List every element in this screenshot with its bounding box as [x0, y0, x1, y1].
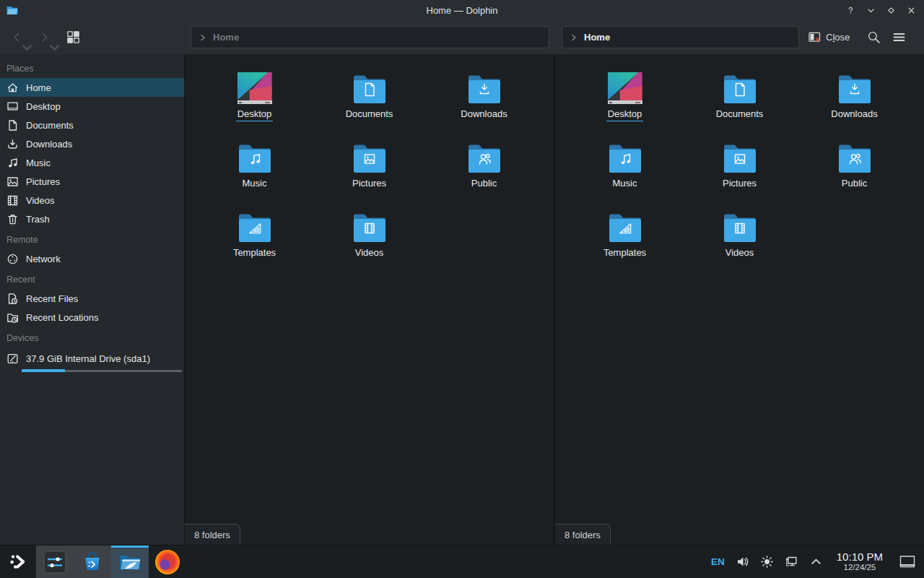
desktop-wallpaper-preview	[608, 72, 642, 104]
task-discover[interactable]	[74, 545, 111, 578]
sidebar-item-label: Trash	[26, 214, 50, 225]
sidebar-section-places: Places	[0, 57, 184, 78]
sidebar-item-music[interactable]: Music	[0, 153, 184, 172]
show-desktop-button[interactable]	[899, 555, 917, 569]
sidebar-item-trash[interactable]: Trash	[0, 210, 184, 228]
task-firefox[interactable]	[149, 545, 186, 578]
folder-label: Music	[241, 178, 269, 191]
maximize-button[interactable]	[884, 3, 898, 17]
network-tray-icon[interactable]	[785, 555, 798, 569]
folder-label: Templates	[232, 247, 277, 260]
breadcrumb-chevron-icon	[199, 33, 207, 42]
folder-music	[237, 137, 272, 175]
desktop-icon	[6, 100, 19, 113]
sidebar-item-downloads[interactable]: Downloads	[0, 134, 184, 153]
folder-downloads[interactable]: Downloads	[797, 68, 912, 137]
folder-label: Public	[840, 178, 868, 191]
task-dolphin[interactable]	[111, 545, 149, 578]
tray-icons	[736, 555, 823, 569]
app-launcher-button[interactable]	[0, 545, 36, 578]
close-split-label: Close	[826, 32, 850, 43]
folder-label: Desktop	[606, 108, 644, 121]
folder-videos[interactable]: Videos	[312, 207, 427, 276]
location-bar-left[interactable]: Home	[191, 26, 549, 48]
folder-public	[467, 137, 502, 175]
keyboard-layout-indicator[interactable]: EN	[711, 556, 725, 567]
sidebar-item-videos[interactable]: Videos	[0, 191, 184, 210]
sidebar-item-recent-files[interactable]: Recent Files	[0, 289, 184, 308]
folder-public[interactable]: Public	[797, 137, 912, 207]
sidebar-item-home[interactable]: Home	[0, 78, 184, 97]
folder-label: Documents	[715, 108, 765, 121]
file-pane-left[interactable]: Desktop Documents Downloads Music Pictur…	[185, 54, 554, 545]
system-tray: EN 10:10 PM 12/24/25	[711, 545, 924, 578]
folder-templates[interactable]: Templates	[197, 207, 312, 276]
toolbar: Home Home Close	[0, 20, 924, 54]
sidebar-item-documents[interactable]: Documents	[0, 116, 184, 134]
folder-templates[interactable]: Templates	[567, 207, 682, 276]
folder-label: Templates	[602, 247, 648, 260]
harddrive-icon	[6, 353, 19, 365]
sidebar-item-label: Music	[26, 158, 51, 168]
sidebar-item-37-9-gib-internal-drive-sda1[interactable]: 37.9 GiB Internal Drive (sda1)	[0, 349, 184, 368]
folder-documents[interactable]: Documents	[312, 68, 427, 137]
back-button[interactable]	[6, 27, 27, 48]
forward-button[interactable]	[33, 27, 55, 48]
folder-public	[837, 137, 872, 175]
sidebar-item-pictures[interactable]: Pictures	[0, 172, 184, 191]
sidebar-item-label: Recent Locations	[26, 312, 98, 323]
sidebar-item-desktop[interactable]: Desktop	[0, 97, 184, 116]
folder-label: Pictures	[721, 178, 758, 191]
folder-pictures[interactable]: Pictures	[312, 137, 427, 207]
hamburger-menu-icon[interactable]	[892, 30, 906, 44]
folder-downloads	[467, 68, 502, 105]
folder-desktop[interactable]: Desktop	[567, 68, 682, 137]
folder-pictures[interactable]: Pictures	[682, 137, 797, 207]
digital-clock[interactable]: 10:10 PM 12/24/25	[834, 551, 886, 573]
window-title: Home — Dolphin	[0, 5, 924, 16]
folder-music[interactable]: Music	[197, 137, 312, 207]
folder-music[interactable]: Music	[567, 137, 682, 207]
breadcrumb-left[interactable]: Home	[213, 32, 239, 43]
sidebar-item-network[interactable]: Network	[0, 249, 184, 268]
folder-downloads[interactable]: Downloads	[427, 68, 541, 137]
volume-icon[interactable]	[736, 555, 749, 569]
folder-music	[608, 137, 642, 175]
help-button[interactable]	[843, 3, 858, 17]
download-icon	[6, 138, 19, 150]
close-button[interactable]	[904, 3, 918, 17]
folder-label: Videos	[354, 247, 385, 260]
sidebar-item-label: Pictures	[26, 176, 60, 187]
sidebar-section-recent: Recent	[0, 268, 184, 289]
sidebar-item-recent-locations[interactable]: Recent Locations	[0, 308, 184, 327]
folder-desktop[interactable]: Desktop	[197, 68, 312, 137]
sidebar-item-label: Network	[26, 254, 61, 264]
recent-files-icon	[6, 293, 19, 305]
desktop-preview	[237, 68, 272, 105]
chevron-up-icon[interactable]	[809, 555, 823, 569]
folder-templates	[237, 207, 272, 244]
folder-label: Public	[470, 178, 498, 191]
minimize-button[interactable]	[863, 3, 878, 17]
status-bar: 8 folders	[555, 524, 611, 545]
folder-label: Documents	[344, 108, 395, 121]
clock-time: 10:10 PM	[837, 551, 883, 564]
sidebar-item-label: Downloads	[26, 139, 72, 150]
view-mode-button[interactable]	[66, 30, 80, 44]
folder-public[interactable]: Public	[427, 137, 541, 207]
sidebar-item-label: Home	[26, 82, 51, 93]
location-bar-right[interactable]: Home	[562, 26, 799, 48]
recent-locations-icon	[6, 311, 19, 324]
file-pane-right[interactable]: Desktop Documents Downloads Music Pictur…	[554, 54, 924, 545]
split-view-close-icon	[808, 32, 821, 43]
folder-videos[interactable]: Videos	[682, 207, 797, 276]
desktop-wallpaper-preview	[237, 72, 272, 104]
folder-documents[interactable]: Documents	[682, 68, 797, 137]
search-icon[interactable]	[867, 30, 881, 44]
brightness-icon[interactable]	[760, 555, 774, 569]
close-split-view-button[interactable]: Close	[808, 32, 850, 43]
task-system-settings[interactable]	[36, 545, 74, 578]
sidebar-section-remote: Remote	[0, 228, 184, 249]
breadcrumb-right[interactable]: Home	[584, 32, 610, 43]
sidebar-section-devices: Devices	[0, 327, 184, 348]
